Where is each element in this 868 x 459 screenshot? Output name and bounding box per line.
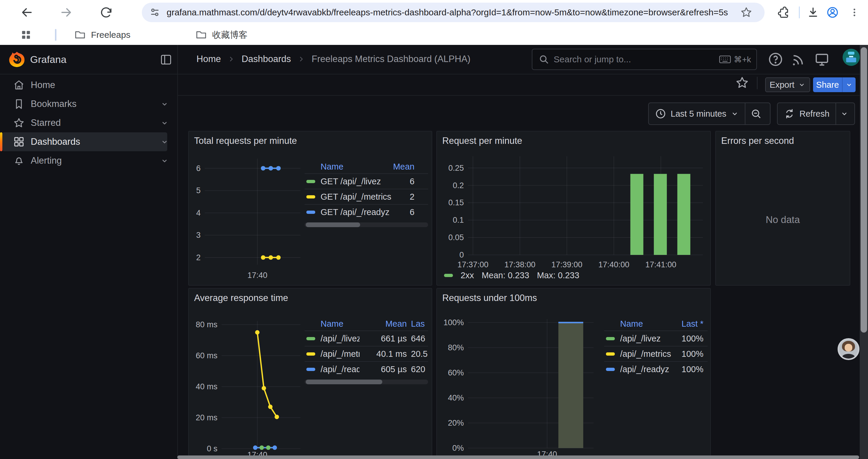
vertical-scrollbar[interactable]	[860, 45, 868, 459]
sidebar-item-starred[interactable]: Starred	[0, 113, 177, 132]
profile-button[interactable]	[824, 4, 841, 21]
floating-assistant-avatar[interactable]	[838, 338, 860, 360]
breadcrumb-dashboards[interactable]: Dashboards	[242, 54, 291, 64]
panel-errors-per-second: Errors per second No data	[715, 131, 850, 286]
legend-header: Name Last *	[604, 317, 708, 330]
svg-text:40 ms: 40 ms	[195, 382, 217, 391]
reload-button[interactable]	[97, 4, 115, 21]
bookmark-folder-freeleaps[interactable]: Freeleaps	[74, 28, 130, 42]
series-color-chip[interactable]	[306, 180, 315, 183]
series-name[interactable]: GET /api/_/metrics	[320, 192, 410, 202]
series-name[interactable]: 2xx	[461, 270, 474, 280]
panel-title[interactable]: Errors per second	[721, 136, 794, 146]
series-color-chip[interactable]	[306, 352, 315, 356]
series-last: 100%	[682, 334, 704, 343]
refresh-button[interactable]: Refresh	[778, 103, 836, 124]
help-icon[interactable]	[768, 52, 783, 67]
svg-text:17:38:00: 17:38:00	[504, 260, 535, 269]
horizontal-scrollbar[interactable]	[177, 455, 859, 459]
series-color-chip[interactable]	[306, 210, 315, 214]
request-per-minute-chart[interactable]: 0.250.20.150.10.05017:37:0017:38:0017:39…	[440, 156, 707, 280]
legend-hscroll-thumb[interactable]	[306, 380, 382, 384]
series-name[interactable]: /api/_/metrics	[320, 349, 360, 359]
grafana-logo[interactable]	[8, 51, 25, 68]
svg-text:100%: 100%	[443, 318, 464, 327]
breadcrumb-current: Freeleaps Metrics Dashboard (ALPHA)	[312, 54, 471, 64]
series-color-chip[interactable]	[306, 368, 315, 371]
vertical-scroll-thumb[interactable]	[861, 47, 867, 333]
legend-name-header[interactable]: Name	[620, 319, 643, 329]
favorite-star-icon[interactable]	[735, 76, 749, 90]
export-button[interactable]: Export	[765, 77, 810, 92]
series-color-chip[interactable]	[606, 337, 615, 340]
series-color-chip[interactable]	[444, 274, 453, 277]
rss-icon[interactable]	[790, 52, 807, 67]
legend-mean-header[interactable]: Mean	[360, 319, 407, 329]
legend-row: /api/_/readyz 605 µs 620	[305, 361, 428, 376]
series-mean: 661 µs	[360, 334, 407, 343]
extensions-button[interactable]	[775, 4, 793, 21]
time-range-picker[interactable]: Last 5 minutes	[649, 103, 745, 124]
panel-title[interactable]: Request per minute	[442, 136, 522, 146]
legend-name-header[interactable]: Name	[320, 162, 343, 172]
requests-under-100ms-chart[interactable]: 100%80%60%40%20%0%17:40	[440, 315, 606, 459]
legend-last-header[interactable]: Last *	[682, 319, 704, 329]
refresh-interval-button[interactable]	[836, 103, 852, 124]
legend-hscrollbar[interactable]	[305, 380, 428, 384]
avatar-body	[842, 354, 855, 360]
series-mean: Mean: 0.233	[482, 270, 529, 280]
series-name[interactable]: /api/_/livez	[620, 334, 682, 343]
zoom-out-button[interactable]	[745, 103, 767, 124]
svg-text:60 ms: 60 ms	[195, 351, 217, 360]
back-button[interactable]	[18, 4, 35, 21]
address-bar[interactable]: grafana.mathmast.com/d/deytv4rwavabkb/fr…	[142, 3, 765, 22]
apps-shortcut-button[interactable]	[17, 26, 35, 44]
monitor-icon[interactable]	[814, 52, 830, 67]
legend-hscroll-thumb[interactable]	[306, 222, 360, 227]
user-avatar[interactable]	[843, 49, 860, 66]
sidebar-item-home[interactable]: Home	[0, 76, 177, 95]
sidebar-toggle-icon[interactable]	[159, 53, 173, 66]
average-response-time-chart[interactable]: 80 ms60 ms40 ms20 ms0 s17:40	[191, 316, 305, 459]
browser-menu-button[interactable]	[845, 4, 863, 21]
panel-title[interactable]: Requests under 100ms	[442, 293, 537, 303]
sidebar-item-label: Dashboards	[31, 136, 80, 147]
grafana-app: Grafana Home Bookmarks Starred	[0, 45, 868, 459]
bookmark-star-icon[interactable]	[740, 6, 753, 19]
series-name[interactable]: GET /api/_/readyz	[320, 207, 410, 217]
share-menu-button[interactable]	[842, 77, 856, 92]
sidebar-item-bookmarks[interactable]: Bookmarks	[0, 95, 177, 113]
legend-hscrollbar[interactable]	[305, 222, 428, 227]
series-color-chip[interactable]	[606, 368, 615, 371]
panel-title[interactable]: Total requests per minute	[194, 136, 297, 146]
site-settings-icon[interactable]	[148, 6, 161, 19]
share-button[interactable]: Share	[813, 77, 842, 92]
sidebar-item-dashboards[interactable]: Dashboards	[0, 132, 177, 151]
bookmark-label: Freeleaps	[91, 30, 130, 40]
total-requests-chart[interactable]: 6543217:40	[191, 159, 305, 283]
sidebar-item-alerting[interactable]: Alerting	[0, 151, 177, 170]
search-input[interactable]: Search or jump to... ⌘+k	[532, 49, 757, 70]
downloads-button[interactable]	[804, 4, 822, 21]
brand-name[interactable]: Grafana	[30, 54, 66, 65]
bookmark-folder-blogs[interactable]: 收藏博客	[195, 28, 248, 42]
series-name[interactable]: /api/_/metrics	[620, 349, 682, 359]
series-name[interactable]: /api/_/readyz	[320, 364, 360, 374]
series-name[interactable]: GET /api/_/livez	[320, 177, 410, 186]
breadcrumb-home[interactable]: Home	[196, 54, 221, 64]
legend-row: /api/_/readyz 100%	[604, 361, 708, 376]
series-color-chip[interactable]	[606, 352, 615, 356]
refresh-label: Refresh	[800, 109, 830, 119]
panel-title[interactable]: Average response time	[194, 293, 288, 303]
series-name[interactable]: /api/_/readyz	[620, 364, 682, 374]
chevron-down-icon	[840, 109, 848, 118]
svg-text:20 ms: 20 ms	[195, 413, 217, 422]
legend-mean-header[interactable]: Mean	[393, 162, 414, 172]
series-color-chip[interactable]	[306, 195, 315, 198]
series-color-chip[interactable]	[306, 337, 315, 340]
toolbar-divider	[799, 6, 800, 18]
series-name[interactable]: /api/_/livez	[320, 334, 360, 343]
forward-button[interactable]	[58, 4, 75, 21]
legend-name-header[interactable]: Name	[320, 319, 360, 329]
legend-last-header[interactable]: Las	[407, 319, 428, 329]
